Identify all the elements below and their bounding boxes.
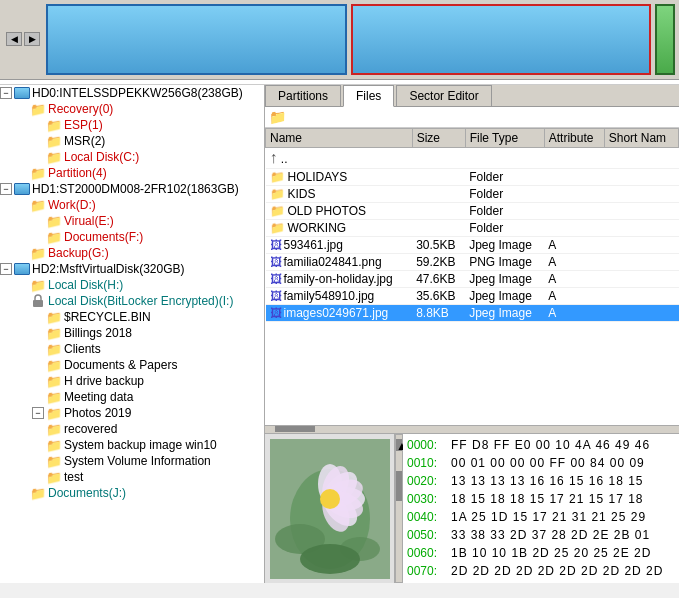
tree-item-docj[interactable]: 📁Documents(J:) bbox=[0, 485, 264, 501]
hex-bytes: 33 38 33 2D 37 28 2D 2E 2B 01 bbox=[451, 526, 675, 544]
hex-scroll-up[interactable]: ▲ bbox=[396, 439, 402, 451]
nav-left-arrow[interactable]: ◀ bbox=[6, 32, 22, 46]
col-short[interactable]: Short Nam bbox=[604, 129, 678, 148]
table-row[interactable]: 📁OLD PHOTOSFolder bbox=[266, 203, 679, 220]
tree-item-docf[interactable]: 📁Documents(F:) bbox=[0, 229, 264, 245]
tree-item-workd[interactable]: 📁Work(D:) bbox=[0, 197, 264, 213]
tree-item-recovery[interactable]: 📁Recovery(0) bbox=[0, 101, 264, 117]
preview-image bbox=[270, 439, 390, 579]
tree-label-part4: Partition(4) bbox=[48, 166, 264, 180]
table-row[interactable]: 🖼family-on-holiday.jpg47.6KBJpeg ImageA bbox=[266, 271, 679, 288]
table-row[interactable]: ↑ .. bbox=[266, 148, 679, 169]
hex-bytes: 2D 2D 2D 2D 2D 2D 2D 2D 2D 2D bbox=[451, 562, 675, 580]
folder-icon: 📁 bbox=[30, 198, 46, 212]
col-name[interactable]: Name bbox=[266, 129, 413, 148]
tree-item-recycle[interactable]: 📁$RECYCLE.BIN bbox=[0, 309, 264, 325]
tree-item-esp[interactable]: 📁ESP(1) bbox=[0, 117, 264, 133]
disk-drive-i[interactable] bbox=[351, 4, 652, 75]
file-name: WORKING bbox=[288, 221, 347, 235]
folder-icon: 📁 bbox=[46, 310, 62, 324]
hex-row: 0010:00 01 00 00 00 FF 00 84 00 09 bbox=[407, 454, 675, 472]
up-dir-label: .. bbox=[281, 152, 288, 166]
file-attr: A bbox=[544, 271, 604, 288]
tab-sector-editor[interactable]: Sector Editor bbox=[396, 85, 491, 106]
col-attr[interactable]: Attribute bbox=[544, 129, 604, 148]
tree-item-hdrive[interactable]: 📁H drive backup bbox=[0, 373, 264, 389]
tab-partitions[interactable]: Partitions bbox=[265, 85, 341, 106]
hex-scrollbar[interactable]: ▲ bbox=[395, 434, 403, 583]
tree-label-hd0: HD0:INTELSSDPEKKW256G8(238GB) bbox=[32, 86, 264, 100]
folder-icon: 📁 bbox=[30, 486, 46, 500]
file-name: images0249671.jpg bbox=[284, 306, 389, 320]
col-type[interactable]: File Type bbox=[465, 129, 544, 148]
lock-icon bbox=[30, 294, 46, 308]
file-size: 47.6KB bbox=[412, 271, 465, 288]
tree-item-docpapers[interactable]: 📁Documents & Papers bbox=[0, 357, 264, 373]
file-attr: A bbox=[544, 288, 604, 305]
tree-label-backg: Backup(G:) bbox=[48, 246, 264, 260]
disk-drive-h[interactable] bbox=[46, 4, 347, 75]
tree-item-localh[interactable]: 📁Local Disk(H:) bbox=[0, 277, 264, 293]
tree-expander-hd0[interactable]: − bbox=[0, 87, 12, 99]
hex-scroll-thumb[interactable] bbox=[396, 471, 402, 501]
table-row[interactable]: 📁HOLIDAYSFolder bbox=[266, 169, 679, 186]
hex-addr: 0000: bbox=[407, 436, 447, 454]
tree-item-hd0[interactable]: −HD0:INTELSSDPEKKW256G8(238GB) bbox=[0, 85, 264, 101]
table-row[interactable]: 🖼family548910.jpg35.6KBJpeg ImageA bbox=[266, 288, 679, 305]
table-row[interactable]: 🖼images0249671.jpg8.8KBJpeg ImageA bbox=[266, 305, 679, 322]
hex-bytes: 18 15 18 18 15 17 21 15 17 18 bbox=[451, 490, 675, 508]
tree-item-hd2[interactable]: −HD2:MsftVirtualDisk(320GB) bbox=[0, 261, 264, 277]
folder-icon: 📁 bbox=[46, 438, 62, 452]
tree-item-part4[interactable]: 📁Partition(4) bbox=[0, 165, 264, 181]
tree-item-test[interactable]: 📁test bbox=[0, 469, 264, 485]
hex-bytes: 2D 2D 2D 2D 2D 2D 2D 2D 2D 2D bbox=[451, 580, 675, 583]
tree-panel: −HD0:INTELSSDPEKKW256G8(238GB)📁Recovery(… bbox=[0, 85, 265, 583]
file-name: OLD PHOTOS bbox=[288, 204, 366, 218]
tab-files[interactable]: Files bbox=[343, 85, 394, 107]
hdd-icon bbox=[14, 182, 30, 196]
hex-addr: 0080: bbox=[407, 580, 447, 583]
tree-expander-hd2[interactable]: − bbox=[0, 263, 12, 275]
tree-item-sysbackup[interactable]: 📁System backup image win10 bbox=[0, 437, 264, 453]
file-table: Name Size File Type Attribute Short Nam … bbox=[265, 128, 679, 322]
col-size[interactable]: Size bbox=[412, 129, 465, 148]
image-file-icon: 🖼 bbox=[270, 272, 282, 286]
tree-item-recovered[interactable]: 📁recovered bbox=[0, 421, 264, 437]
tree-label-msr: MSR(2) bbox=[64, 134, 264, 148]
table-row[interactable]: 📁KIDSFolder bbox=[266, 186, 679, 203]
tree-label-recovered: recovered bbox=[64, 422, 264, 436]
file-attr bbox=[544, 148, 604, 169]
disk-drive-extra[interactable] bbox=[655, 4, 675, 75]
nav-right-arrow[interactable]: ▶ bbox=[24, 32, 40, 46]
horiz-scrollbar[interactable] bbox=[265, 425, 679, 433]
tree-item-hd1[interactable]: −HD1:ST2000DM008-2FR102(1863GB) bbox=[0, 181, 264, 197]
tree-item-photos2019[interactable]: −📁Photos 2019 bbox=[0, 405, 264, 421]
tree-item-virale[interactable]: 📁Virual(E:) bbox=[0, 213, 264, 229]
tree-expander-hd1[interactable]: − bbox=[0, 183, 12, 195]
tree-item-clients[interactable]: 📁Clients bbox=[0, 341, 264, 357]
table-row[interactable]: 🖼593461.jpg30.5KBJpeg ImageA bbox=[266, 237, 679, 254]
tree-item-locali[interactable]: Local Disk(BitLocker Encrypted)(I:) bbox=[0, 293, 264, 309]
tree-item-bill2018[interactable]: 📁Billings 2018 bbox=[0, 325, 264, 341]
table-row[interactable]: 🖼familia024841.png59.2KBPNG ImageA bbox=[266, 254, 679, 271]
disk-drives bbox=[46, 0, 679, 79]
tree-item-meetdata[interactable]: 📁Meeting data bbox=[0, 389, 264, 405]
tree-item-msr[interactable]: 📁MSR(2) bbox=[0, 133, 264, 149]
hex-bytes: 13 13 13 13 16 16 15 16 18 15 bbox=[451, 472, 675, 490]
tree-item-localc[interactable]: 📁Local Disk(C:) bbox=[0, 149, 264, 165]
scrollbar-thumb[interactable] bbox=[275, 426, 315, 432]
table-row[interactable]: 📁WORKINGFolder bbox=[266, 220, 679, 237]
hdd-icon bbox=[14, 86, 30, 100]
file-table-wrapper[interactable]: Name Size File Type Attribute Short Nam … bbox=[265, 128, 679, 425]
image-preview bbox=[265, 434, 395, 583]
tree-item-sysvolinfo[interactable]: 📁System Volume Information bbox=[0, 453, 264, 469]
folder-icon: 📁 bbox=[46, 342, 62, 356]
folder-icon: 📁 bbox=[46, 230, 62, 244]
tree-expander-photos2019[interactable]: − bbox=[32, 407, 44, 419]
tree-label-virale: Virual(E:) bbox=[64, 214, 264, 228]
file-type: Folder bbox=[465, 169, 544, 186]
tree-item-backg[interactable]: 📁Backup(G:) bbox=[0, 245, 264, 261]
file-attr bbox=[544, 220, 604, 237]
tree-label-locali: Local Disk(BitLocker Encrypted)(I:) bbox=[48, 294, 264, 308]
hex-addr: 0050: bbox=[407, 526, 447, 544]
